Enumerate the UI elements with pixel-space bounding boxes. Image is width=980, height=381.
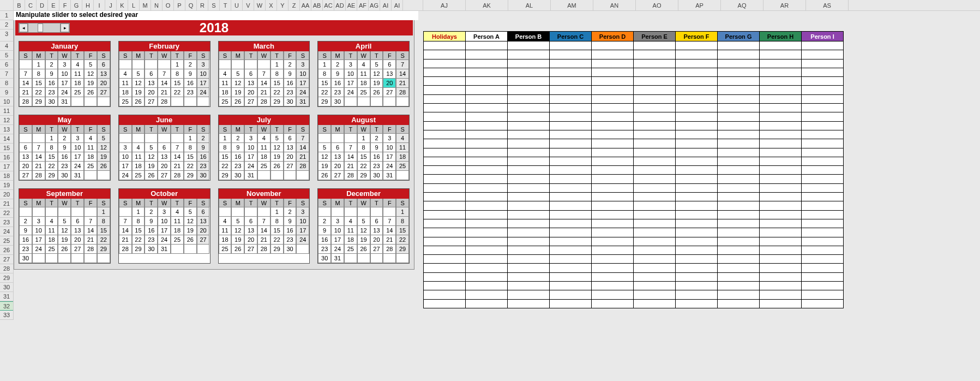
table-cell[interactable] (675, 103, 718, 112)
table-cell[interactable] (759, 76, 802, 86)
day-cell[interactable]: 2 (145, 207, 158, 217)
table-cell[interactable] (759, 272, 802, 282)
table-cell[interactable] (549, 112, 592, 121)
table-cell[interactable] (759, 59, 802, 68)
day-cell[interactable]: 9 (284, 69, 297, 79)
column-header[interactable]: Z (288, 0, 300, 10)
day-cell[interactable]: 15 (396, 226, 409, 235)
day-cell[interactable]: 17 (58, 79, 71, 88)
slider-thumb[interactable] (38, 23, 43, 32)
day-cell[interactable]: 27 (331, 171, 344, 180)
day-cell[interactable]: 2 (184, 60, 197, 69)
day-cell[interactable]: 7 (257, 217, 270, 226)
day-cell[interactable]: 8 (32, 69, 45, 79)
day-cell[interactable]: 28 (19, 97, 32, 106)
day-cell[interactable]: 22 (171, 88, 184, 97)
day-cell[interactable]: 19 (145, 162, 158, 171)
person-header-cell[interactable]: Holidays (423, 31, 466, 41)
table-cell[interactable] (423, 68, 466, 77)
day-cell[interactable]: 27 (145, 97, 158, 106)
table-cell[interactable] (717, 228, 760, 237)
day-cell[interactable]: 11 (219, 226, 232, 235)
table-cell[interactable] (549, 237, 592, 246)
day-cell[interactable]: 30 (197, 171, 210, 180)
day-cell[interactable]: 11 (396, 143, 409, 152)
day-cell[interactable]: 27 (370, 245, 383, 254)
day-cell[interactable]: 23 (197, 162, 210, 171)
table-cell[interactable] (633, 41, 676, 50)
day-cell[interactable]: 27 (19, 171, 32, 180)
column-header[interactable]: N (151, 0, 163, 10)
table-cell[interactable] (717, 183, 760, 193)
table-cell[interactable] (507, 281, 550, 290)
row-header[interactable]: 20 (0, 190, 13, 199)
day-cell[interactable]: 31 (71, 171, 84, 180)
day-cell[interactable]: 8 (357, 143, 370, 152)
day-cell[interactable]: 17 (119, 162, 132, 171)
day-cell[interactable]: 24 (383, 162, 396, 171)
table-cell[interactable] (465, 50, 508, 59)
day-cell[interactable]: 19 (357, 235, 370, 245)
table-cell[interactable] (717, 94, 760, 104)
day-cell[interactable]: 14 (383, 226, 396, 235)
row-header[interactable]: 18 (0, 171, 13, 181)
table-cell[interactable] (801, 237, 844, 246)
table-cell[interactable] (717, 41, 760, 50)
day-cell[interactable]: 7 (257, 69, 270, 79)
table-cell[interactable] (423, 299, 466, 308)
table-cell[interactable] (717, 148, 760, 157)
day-cell[interactable]: 20 (19, 162, 32, 171)
day-cell[interactable]: 29 (270, 97, 284, 106)
table-cell[interactable] (465, 157, 508, 166)
day-cell[interactable]: 10 (58, 69, 71, 79)
day-cell[interactable]: 2 (331, 60, 344, 69)
day-cell[interactable]: 6 (383, 60, 396, 69)
day-cell[interactable]: 27 (97, 88, 110, 97)
table-cell[interactable] (675, 76, 718, 86)
table-cell[interactable] (633, 59, 676, 68)
day-cell[interactable]: 19 (370, 79, 383, 88)
table-cell[interactable] (507, 299, 550, 308)
day-cell[interactable]: 25 (84, 162, 97, 171)
day-cell[interactable]: 30 (19, 254, 32, 263)
table-cell[interactable] (675, 219, 718, 228)
day-cell[interactable]: 12 (58, 226, 71, 235)
table-cell[interactable] (549, 281, 592, 290)
day-cell[interactable]: 5 (132, 69, 145, 79)
day-cell[interactable]: 4 (219, 217, 232, 226)
day-cell[interactable]: 8 (97, 217, 110, 226)
day-cell[interactable]: 4 (396, 134, 409, 143)
table-cell[interactable] (633, 112, 676, 121)
table-cell[interactable] (507, 254, 550, 264)
day-cell[interactable]: 2 (19, 217, 32, 226)
table-cell[interactable] (507, 112, 550, 121)
table-cell[interactable] (465, 112, 508, 121)
day-cell[interactable]: 23 (231, 162, 244, 171)
day-cell[interactable]: 16 (370, 152, 383, 162)
table-cell[interactable] (507, 210, 550, 219)
day-cell[interactable]: 18 (219, 88, 232, 97)
day-cell[interactable]: 28 (32, 171, 45, 180)
day-cell[interactable]: 8 (45, 143, 58, 152)
day-cell[interactable]: 23 (284, 88, 297, 97)
table-cell[interactable] (465, 299, 508, 308)
table-cell[interactable] (423, 192, 466, 201)
day-cell[interactable]: 7 (158, 69, 171, 79)
table-cell[interactable] (801, 174, 844, 183)
day-cell[interactable]: 25 (171, 235, 184, 245)
column-header[interactable]: AC (323, 0, 334, 10)
day-cell[interactable]: 13 (331, 152, 344, 162)
day-cell[interactable]: 31 (244, 171, 257, 180)
day-cell[interactable]: 9 (184, 69, 197, 79)
row-header[interactable]: 17 (0, 162, 13, 171)
day-cell[interactable]: 10 (32, 226, 45, 235)
day-cell[interactable]: 6 (158, 143, 171, 152)
day-cell[interactable]: 6 (244, 217, 257, 226)
table-cell[interactable] (465, 201, 508, 210)
day-cell[interactable]: 24 (296, 235, 309, 245)
day-cell[interactable]: 6 (19, 143, 32, 152)
day-cell[interactable]: 4 (84, 134, 97, 143)
day-cell[interactable]: 9 (145, 217, 158, 226)
table-cell[interactable] (759, 148, 802, 157)
table-cell[interactable] (507, 76, 550, 86)
